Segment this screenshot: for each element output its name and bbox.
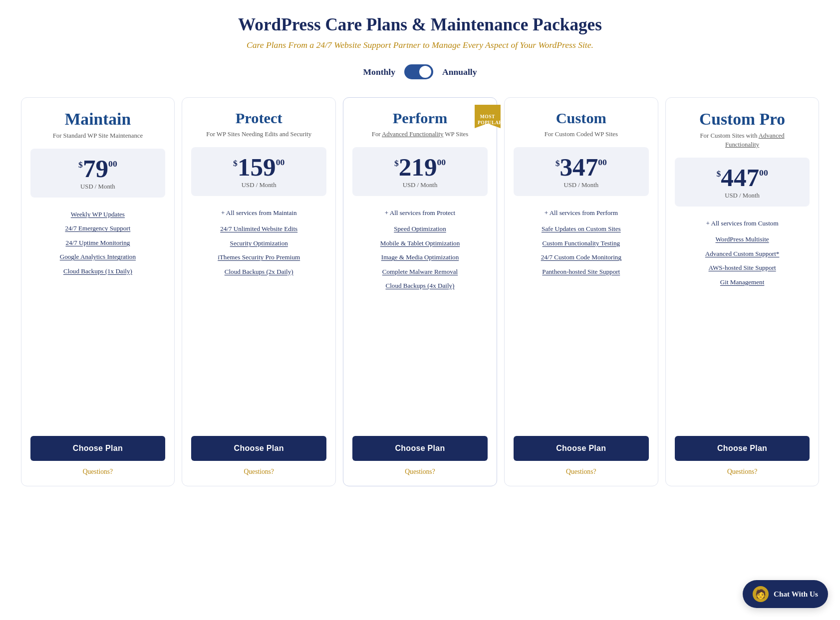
feature-item: Mobile & Tablet Optimization <box>352 236 488 250</box>
price-amount: 159 <box>238 154 276 180</box>
billing-toggle[interactable] <box>404 64 433 79</box>
feature-item: Cloud Backups (2x Daily) <box>191 265 326 279</box>
price-period: USD / Month <box>362 182 478 189</box>
price-amount: 219 <box>399 154 437 180</box>
feature-item: Cloud Backups (4x Daily) <box>352 279 488 293</box>
price-amount: 79 <box>83 156 108 181</box>
plan-description: For Advanced Functionality WP Sites <box>372 130 468 139</box>
price-dollar-sign: $ <box>556 158 560 169</box>
feature-item: WordPress Multisite <box>675 232 810 246</box>
feature-item: Weekly WP Updates <box>30 207 166 221</box>
price-cents: 00 <box>108 159 117 169</box>
feature-item: Safe Updates on Custom Sites <box>514 222 649 236</box>
page-header: WordPress Care Plans & Maintenance Packa… <box>10 15 830 50</box>
price-amount: 447 <box>721 165 759 190</box>
billing-toggle-section: Monthly Annually <box>10 64 830 79</box>
feature-item: Speed Optimization <box>352 222 488 236</box>
feature-item: Git Management <box>675 275 810 289</box>
plan-name: Maintain <box>65 110 131 129</box>
price-dollar-sign: $ <box>233 158 238 169</box>
toggle-thumb <box>419 66 431 78</box>
feature-item: + All services from Maintain <box>191 206 326 220</box>
plan-card-custom-pro: Custom Pro For Custom Sites with Advance… <box>665 97 820 486</box>
price-amount: 347 <box>560 154 598 180</box>
choose-plan-button[interactable]: Choose Plan <box>675 436 810 461</box>
feature-item: + All services from Protect <box>352 206 488 220</box>
plan-description: For WP Sites Needing Edits and Security <box>206 130 311 139</box>
price-dollar-sign: $ <box>394 158 399 169</box>
feature-item: Google Analytics Integration <box>30 250 166 264</box>
feature-item: 24/7 Unlimited Website Edits <box>191 222 326 236</box>
plan-description: For Custom Coded WP Sites <box>545 130 618 139</box>
feature-item: 24/7 Custom Code Monitoring <box>514 250 649 264</box>
monthly-label: Monthly <box>363 67 396 77</box>
feature-item: 24/7 Emergency Support <box>30 221 166 235</box>
price-period: USD / Month <box>524 182 639 189</box>
plan-card-maintain: Maintain For Standard WP Site Maintenanc… <box>21 97 175 486</box>
questions-link[interactable]: Questions? <box>244 468 274 476</box>
features-list: + All services from CustomWordPress Mult… <box>675 216 810 425</box>
choose-plan-button[interactable]: Choose Plan <box>514 436 649 461</box>
price-dollar-sign: $ <box>717 169 721 179</box>
features-list: + All services from ProtectSpeed Optimiz… <box>352 206 488 425</box>
feature-item: iThemes Security Pro Premium <box>191 250 326 264</box>
price-row: $ 79 00 <box>40 156 156 181</box>
price-period: USD / Month <box>201 182 316 189</box>
features-list: + All services from PerformSafe Updates … <box>514 206 649 425</box>
price-row: $ 219 00 <box>362 154 478 180</box>
plan-name: Custom <box>556 110 606 127</box>
price-box: $ 79 00 USD / Month <box>30 149 166 198</box>
questions-link[interactable]: Questions? <box>727 468 757 476</box>
plan-description: For Custom Sites with AdvancedFunctional… <box>700 132 784 150</box>
price-cents: 00 <box>598 157 607 168</box>
questions-link[interactable]: Questions? <box>566 468 596 476</box>
price-dollar-sign: $ <box>78 160 83 170</box>
questions-link[interactable]: Questions? <box>83 468 113 476</box>
plan-name: Custom Pro <box>699 110 785 129</box>
feature-item: Advanced Custom Support* <box>675 247 810 261</box>
page-subtitle: Care Plans From a 24/7 Website Support P… <box>10 40 830 50</box>
choose-plan-button[interactable]: Choose Plan <box>352 436 488 461</box>
price-cents: 00 <box>759 168 768 178</box>
most-popular-badge: MOST POPULAR <box>475 105 501 128</box>
plan-description: For Standard WP Site Maintenance <box>53 132 143 141</box>
plans-grid: Maintain For Standard WP Site Maintenanc… <box>21 97 820 486</box>
price-period: USD / Month <box>685 192 800 200</box>
price-cents: 00 <box>437 157 446 168</box>
feature-item: AWS-hosted Site Support <box>675 261 810 275</box>
questions-link[interactable]: Questions? <box>405 468 435 476</box>
price-cents: 00 <box>276 157 285 168</box>
features-list: Weekly WP Updates24/7 Emergency Support2… <box>30 207 166 425</box>
price-box: $ 347 00 USD / Month <box>514 147 649 196</box>
feature-item: Pantheon-hosted Site Support <box>514 265 649 279</box>
choose-plan-button[interactable]: Choose Plan <box>30 436 166 461</box>
feature-item: Security Optimization <box>191 236 326 250</box>
feature-item: Custom Functionality Testing <box>514 236 649 250</box>
price-row: $ 447 00 <box>685 165 800 190</box>
price-row: $ 159 00 <box>201 154 316 180</box>
feature-item: + All services from Perform <box>514 206 649 220</box>
feature-item: Image & Media Optimization <box>352 250 488 264</box>
plan-name: Protect <box>236 110 282 127</box>
page-title: WordPress Care Plans & Maintenance Packa… <box>10 15 830 35</box>
plan-name: Perform <box>393 110 448 127</box>
price-box: $ 219 00 USD / Month <box>352 147 488 196</box>
features-list: + All services from Maintain24/7 Unlimit… <box>191 206 326 425</box>
feature-item: + All services from Custom <box>675 216 810 230</box>
feature-item: Cloud Backups (1x Daily) <box>30 264 166 278</box>
price-box: $ 447 00 USD / Month <box>675 158 810 207</box>
price-row: $ 347 00 <box>524 154 639 180</box>
feature-item: Complete Malware Removal <box>352 265 488 279</box>
choose-plan-button[interactable]: Choose Plan <box>191 436 326 461</box>
plan-card-perform: MOST POPULAR Perform For Advanced Functi… <box>343 97 497 486</box>
plan-card-protect: Protect For WP Sites Needing Edits and S… <box>182 97 336 486</box>
plan-card-custom: Custom For Custom Coded WP Sites $ 347 0… <box>504 97 658 486</box>
annually-label: Annually <box>442 67 477 77</box>
feature-item: 24/7 Uptime Monitoring <box>30 236 166 250</box>
price-box: $ 159 00 USD / Month <box>191 147 326 196</box>
price-period: USD / Month <box>40 183 156 191</box>
